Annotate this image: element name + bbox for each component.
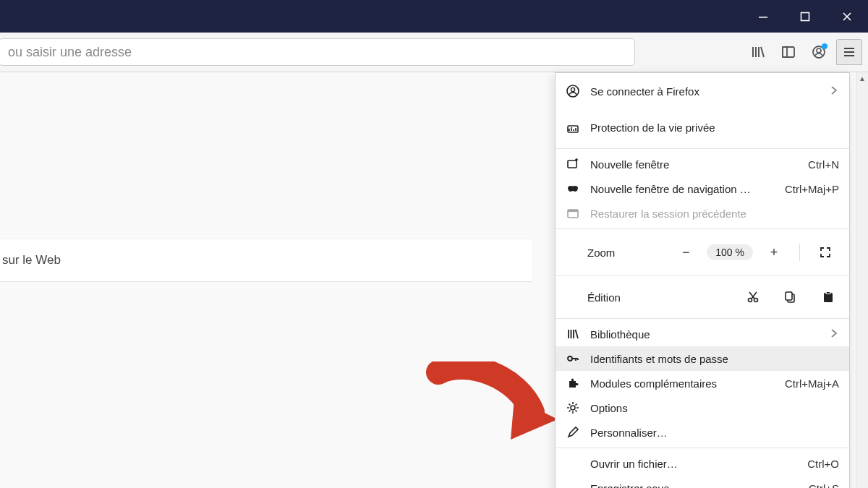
edit-label: Édition — [566, 291, 745, 304]
svg-point-7 — [571, 87, 574, 91]
menu-separator — [556, 448, 849, 448]
window-maximize-button[interactable] — [784, 0, 826, 33]
gear-icon — [566, 401, 580, 415]
menu-item-library[interactable]: Bibliothèque — [556, 322, 849, 346]
menu-item-new-private-window[interactable]: Nouvelle fenêtre de navigation … Ctrl+Ma… — [556, 176, 849, 201]
menu-shortcut: Ctrl+Maj+A — [785, 377, 839, 390]
url-bar[interactable]: ou saisir une adresse — [0, 38, 635, 66]
svg-rect-0 — [759, 17, 767, 18]
sidebar-icon[interactable] — [775, 39, 801, 65]
svg-point-13 — [754, 299, 758, 302]
privacy-dashboard-icon — [566, 120, 580, 134]
key-icon — [566, 351, 580, 366]
paintbrush-icon — [566, 425, 580, 440]
menu-item-privacy[interactable]: Protection de la vie privée — [556, 109, 849, 145]
menu-label: Se connecter à Firefox — [590, 85, 819, 98]
svg-point-19 — [571, 406, 575, 410]
paste-button[interactable] — [820, 289, 836, 305]
web-search-strip[interactable]: sur le Web — [0, 239, 532, 282]
new-window-icon — [566, 157, 580, 171]
fullscreen-button[interactable] — [812, 241, 839, 263]
menu-shortcut: Ctrl+Maj+P — [785, 183, 839, 195]
svg-point-18 — [568, 356, 572, 361]
menu-separator — [556, 275, 849, 276]
menu-label: Ouvrir un fichier… — [590, 458, 797, 470]
menu-item-addons[interactable]: Modules complémentaires Ctrl+Maj+A — [556, 371, 849, 395]
menu-label: Bibliothèque — [590, 328, 819, 341]
menu-label: Options — [590, 402, 839, 414]
copy-button[interactable] — [783, 289, 799, 305]
menu-separator — [556, 228, 849, 229]
vertical-scrollbar[interactable]: ▲ — [856, 72, 868, 488]
mask-icon — [566, 181, 580, 196]
menu-label: Nouvelle fenêtre — [590, 158, 798, 171]
menu-item-signin[interactable]: Se connecter à Firefox — [556, 73, 849, 109]
zoom-label: Zoom — [566, 247, 610, 259]
svg-rect-17 — [826, 292, 830, 294]
menu-item-customize[interactable]: Personnaliser… — [556, 420, 849, 445]
menu-label: Nouvelle fenêtre de navigation … — [590, 183, 775, 195]
menu-edit-row: Édition — [556, 279, 849, 315]
menu-item-save-as[interactable]: Enregistrer sous… Ctrl+S — [556, 476, 849, 488]
menu-label: Modules complémentaires — [590, 377, 775, 390]
svg-point-5 — [817, 48, 821, 53]
svg-rect-15 — [786, 292, 792, 300]
svg-rect-11 — [568, 210, 578, 212]
urlbar-placeholder: ou saisir une adresse — [8, 45, 132, 60]
zoom-in-button[interactable]: + — [760, 241, 788, 263]
web-search-label: sur le Web — [2, 253, 61, 267]
puzzle-icon — [566, 376, 580, 390]
hamburger-menu-button[interactable] — [836, 39, 862, 65]
menu-separator — [556, 318, 849, 319]
window-titlebar — [0, 0, 868, 33]
menu-label: Enregistrer sous… — [590, 482, 799, 489]
menu-item-restore-session: Restaurer la session précédente — [556, 201, 849, 226]
menu-shortcut: Ctrl+N — [808, 158, 839, 171]
svg-point-12 — [749, 299, 752, 302]
menu-separator — [556, 148, 849, 149]
account-circle-icon — [566, 84, 580, 98]
browser-toolbar: ou saisir une adresse — [0, 33, 868, 72]
account-icon[interactable] — [806, 39, 832, 65]
window-minimize-button[interactable] — [742, 0, 784, 33]
menu-item-logins[interactable]: Identifiants et mots de passe — [556, 346, 849, 371]
menu-zoom-row: Zoom − 100 % + — [556, 232, 849, 273]
app-menu: Se connecter à Firefox Protection de la … — [555, 72, 850, 488]
menu-label: Personnaliser… — [590, 427, 839, 439]
menu-label: Identifiants et mots de passe — [590, 353, 839, 365]
menu-item-new-window[interactable]: Nouvelle fenêtre Ctrl+N — [556, 152, 849, 176]
svg-rect-2 — [783, 47, 794, 57]
scroll-up-icon[interactable]: ▲ — [856, 72, 868, 85]
svg-rect-9 — [568, 160, 576, 168]
restore-icon — [566, 206, 580, 221]
menu-item-options[interactable]: Options — [556, 395, 849, 420]
menu-item-open-file[interactable]: Ouvrir un fichier… Ctrl+O — [556, 451, 849, 476]
library-icon — [566, 327, 580, 341]
window-close-button[interactable] — [826, 0, 868, 33]
notification-dot-icon — [822, 43, 827, 49]
menu-shortcut: Ctrl+O — [807, 458, 839, 470]
chevron-right-icon — [829, 328, 839, 341]
library-icon[interactable] — [745, 39, 771, 65]
zoom-out-button[interactable]: − — [672, 241, 699, 263]
menu-shortcut: Ctrl+S — [809, 482, 839, 489]
menu-label: Protection de la vie privée — [590, 121, 839, 134]
cut-button[interactable] — [745, 289, 761, 305]
svg-rect-3 — [783, 47, 787, 57]
zoom-percent-badge[interactable]: 100 % — [707, 244, 753, 260]
callout-arrow-icon — [424, 361, 561, 448]
chevron-right-icon — [829, 85, 839, 98]
svg-rect-1 — [801, 12, 809, 20]
menu-label: Restaurer la session précédente — [590, 207, 839, 220]
